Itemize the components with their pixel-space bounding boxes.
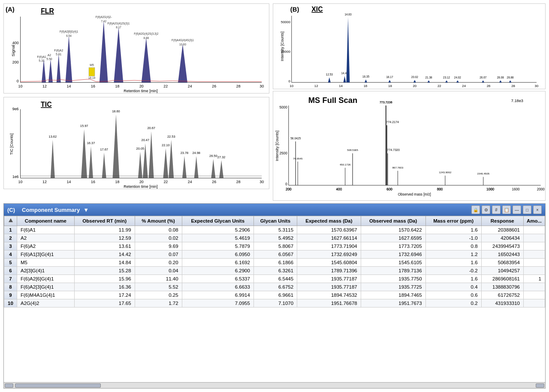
svg-text:28.88: 28.88	[507, 76, 514, 79]
row-response: 4206434	[481, 234, 523, 242]
col-amount-pct[interactable]: % Amount (%)	[135, 216, 182, 226]
table-row[interactable]: 9 F(6)M4A1G(4)1 17.24 0.25 6.9914 6.9661…	[4, 291, 545, 299]
row-response: 2869608161	[481, 275, 523, 283]
table-row[interactable]: 8 F(6)A2[3]G(4)1 16.36 5.52 6.6633 6.675…	[4, 283, 545, 291]
svg-text:24: 24	[462, 84, 466, 88]
hash-button[interactable]: #	[492, 205, 501, 214]
col-response[interactable]: Response	[481, 216, 523, 226]
table-row[interactable]: 2 A2 12.59 0.02 5.4619 5.4952 1627.66114…	[4, 234, 545, 242]
dropdown-arrow[interactable]: ▼	[83, 207, 89, 213]
col-obs-mass[interactable]: Observed mass (Da)	[361, 216, 425, 226]
clipboard-button[interactable]: 📋	[502, 205, 511, 214]
table-row[interactable]: 4 F(6)A1[3]G(4)1 14.42 0.07 6.0950 6.056…	[4, 250, 545, 259]
close-button[interactable]: ×	[533, 205, 542, 214]
svg-text:14: 14	[67, 84, 71, 88]
panel-c: (C) Component Summary ▼ 🔒 ⚙ # 📋 — □ ×	[3, 203, 546, 389]
scroll-right-btn[interactable]	[536, 383, 544, 388]
svg-text:16: 16	[364, 84, 368, 88]
svg-text:Observed mass [m/z]: Observed mass [m/z]	[398, 193, 431, 196]
svg-text:16: 16	[91, 84, 95, 88]
row-exp-glycan: 6.2900	[182, 267, 253, 275]
row-exp-glycan: 6.5337	[182, 275, 253, 283]
table-header-row: Component name Observed RT (min) % Amoun…	[4, 216, 545, 226]
row-mass-error: 0.2	[425, 299, 481, 308]
row-num: 3	[4, 242, 17, 250]
table-row[interactable]: 3 F(6)A2 13.61 9.69 5.7879 5.8067 1773.7…	[4, 242, 545, 250]
row-num: 7	[4, 275, 17, 283]
row-mass-error: -1.0	[425, 234, 481, 242]
row-exp-mass: 1570.63967	[297, 226, 361, 234]
col-exp-glycan[interactable]: Expected Glycan Units	[182, 216, 253, 226]
row-amount	[524, 250, 545, 259]
svg-marker-112	[346, 18, 350, 82]
table-container[interactable]: Component name Observed RT (min) % Amoun…	[4, 216, 545, 382]
row-amount	[524, 267, 545, 275]
svg-text:F(6)A2G(4)2-: F(6)A2G(4)2-	[96, 15, 112, 19]
svg-marker-114	[365, 79, 367, 82]
svg-text:24.02: 24.02	[454, 76, 461, 79]
svg-text:14: 14	[67, 180, 71, 184]
scroll-left-btn[interactable]	[5, 383, 13, 388]
table-row[interactable]: 5 M5 14.84 0.20 6.1692 6.1866 1545.60804…	[4, 259, 545, 267]
svg-text:200: 200	[12, 60, 19, 64]
table-row[interactable]: 7 F(6)A2[6]G(4)1 15.96 11.40 6.5337 6.54…	[4, 275, 545, 283]
row-num: 6	[4, 267, 17, 275]
svg-text:800: 800	[437, 187, 443, 191]
svg-text:2500: 2500	[280, 151, 288, 155]
row-amount	[524, 226, 545, 234]
row-mass-error: 0.6	[425, 291, 481, 299]
row-amount-pct: 0.20	[135, 259, 182, 267]
flr-chart-svg: FLR Signal 0 200 400 10 12 14 16 18	[4, 4, 269, 93]
svg-text:F(6)A2G(4)2S(3)1: F(6)A2G(4)2S(3)1	[108, 22, 130, 25]
svg-text:20.47: 20.47	[142, 138, 150, 142]
maximize-button[interactable]: □	[523, 205, 531, 214]
svg-text:12.53: 12.53	[326, 73, 333, 76]
col-rt[interactable]: Observed RT (min)	[74, 216, 135, 226]
svg-text:12: 12	[314, 84, 318, 88]
row-amount	[524, 283, 545, 291]
svg-text:7.18e3: 7.18e3	[511, 99, 523, 103]
row-glycan-units: 5.8067	[253, 242, 297, 250]
svg-text:400: 400	[336, 187, 342, 191]
scrollbar-thumb[interactable]	[15, 383, 101, 388]
svg-text:F(6)A4G(4)4S(3)1: F(6)A4G(4)4S(3)1	[172, 39, 194, 42]
row-exp-mass: 1773.71904	[297, 242, 361, 250]
row-exp-mass: 1545.60804	[297, 259, 361, 267]
svg-marker-32	[100, 21, 108, 83]
table-row[interactable]: 10 A2G(4)2 17.65 1.72 7.0955 7.1070 1951…	[4, 299, 545, 308]
svg-marker-126	[482, 80, 484, 82]
col-sort[interactable]	[4, 216, 17, 226]
table-row[interactable]: 1 F(6)A1 11.99 0.08 5.2906 5.3115 1570.6…	[4, 226, 545, 234]
row-amount	[524, 259, 545, 267]
horizontal-scrollbar[interactable]	[4, 382, 545, 388]
row-response: 16502443	[481, 250, 523, 259]
row-glycan-units: 6.1866	[253, 259, 297, 267]
col-glycan-units[interactable]: Glycan Units	[253, 216, 297, 226]
row-amount	[524, 234, 545, 242]
row-exp-mass: 1627.66114	[297, 234, 361, 242]
svg-marker-20	[48, 59, 53, 82]
row-exp-mass: 1935.77187	[297, 283, 361, 291]
row-rt: 14.42	[74, 250, 135, 259]
svg-rect-29	[89, 68, 95, 76]
svg-text:20.02: 20.02	[411, 75, 418, 78]
lock-button[interactable]: 🔒	[471, 205, 480, 214]
row-glycan-units: 6.3261	[253, 267, 297, 275]
row-obs-mass: 1935.7750	[361, 275, 425, 283]
svg-text:13.62: 13.62	[49, 135, 57, 139]
table-row[interactable]: 6 A2[3]G(4)1 15.28 0.04 6.2900 6.3261 17…	[4, 267, 545, 275]
row-num: 1	[4, 226, 17, 234]
col-component-name[interactable]: Component name	[17, 216, 75, 226]
svg-text:TIC [Counts]: TIC [Counts]	[9, 133, 14, 155]
col-amount[interactable]: Amo...	[524, 216, 545, 226]
col-mass-error[interactable]: Mass error (ppm)	[425, 216, 481, 226]
svg-text:28.08: 28.08	[497, 76, 504, 79]
col-exp-mass[interactable]: Expected mass (Da)	[297, 216, 361, 226]
settings-button[interactable]: ⚙	[482, 205, 490, 214]
svg-text:24.98: 24.98	[192, 151, 200, 155]
svg-text:1243.9062: 1243.9062	[439, 171, 452, 174]
row-exp-glycan: 5.4619	[182, 234, 253, 242]
svg-marker-116	[388, 80, 391, 82]
minimize-button[interactable]: —	[513, 205, 521, 214]
row-glycan-units: 5.3115	[253, 226, 297, 234]
